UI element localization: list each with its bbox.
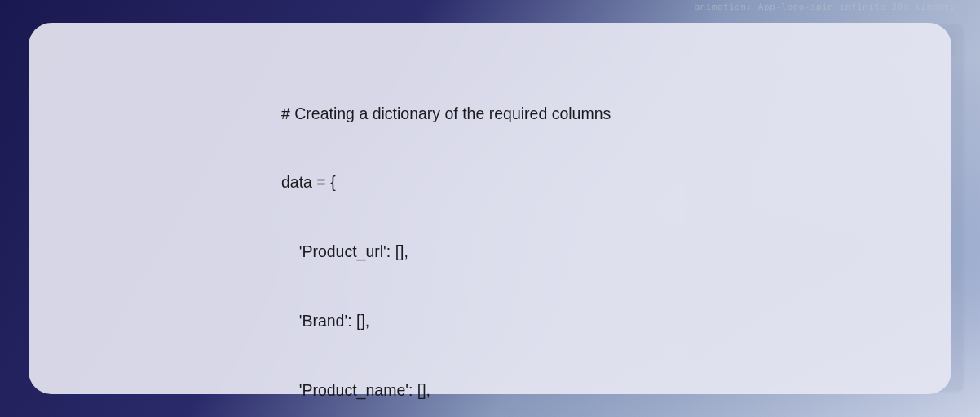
code-line: data = { <box>281 171 903 193</box>
code-line: 'Brand': [], <box>281 309 903 332</box>
background-code-text: animation: App-logo-spin infinite 20s li… <box>694 2 956 12</box>
code-card: # Creating a dictionary of the required … <box>29 23 951 394</box>
code-line: 'Product_name': [], <box>281 379 903 401</box>
code-line: 'Product_url': [], <box>281 240 903 263</box>
code-line: # Creating a dictionary of the required … <box>281 102 903 125</box>
code-block: # Creating a dictionary of the required … <box>281 55 903 417</box>
